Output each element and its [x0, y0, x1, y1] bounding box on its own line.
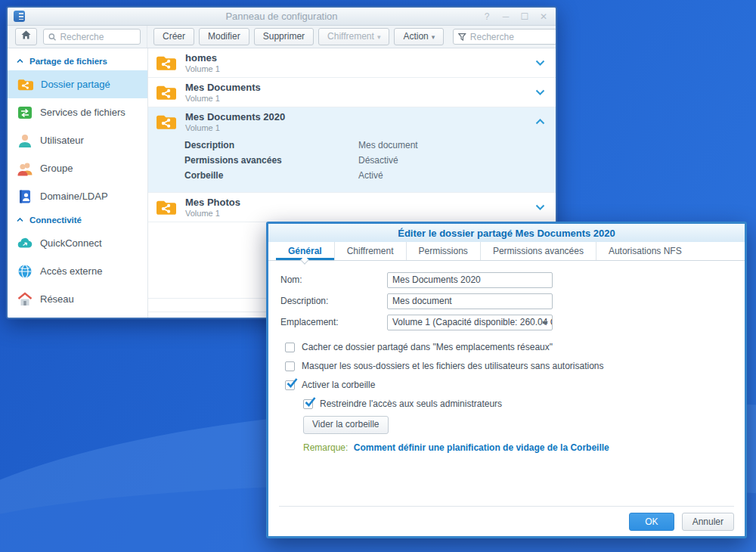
tab-encryption[interactable]: Chiffrement [334, 242, 406, 260]
recycle-schedule-link[interactable]: Comment définir une planification de vid… [354, 442, 609, 453]
action-dropdown-button[interactable]: Action▾ [394, 28, 444, 46]
folder-row-mes-documents[interactable]: Mes Documents Volume 1 [148, 78, 556, 107]
checkbox-label: Cacher ce dossier partagé dans "Mes empl… [302, 342, 553, 352]
delete-button[interactable]: Supprimer [254, 28, 314, 46]
folder-name: Mes Documents 2020 [185, 111, 285, 122]
home-icon [21, 30, 31, 39]
shared-folder-icon [156, 113, 176, 131]
checkbox-label: Masquer les sous-dossiers et les fichier… [302, 361, 604, 371]
folder-name: Mes Documents [185, 82, 261, 93]
location-select[interactable]: Volume 1 (Capacité disponible: 260.04 Go [387, 315, 553, 330]
tab-permissions[interactable]: Permissions [406, 242, 480, 260]
sidebar-item-group[interactable]: Groupe [8, 154, 147, 182]
chevron-down-icon: ▾ [432, 33, 435, 41]
sidebar: Partage de fichiers Dossier partagé Serv… [8, 48, 147, 318]
encryption-dropdown-button[interactable]: Chiffrement▾ [318, 28, 389, 46]
filter-search[interactable] [453, 29, 557, 45]
folder-volume: Volume 1 [185, 94, 261, 103]
maximize-icon[interactable]: ☐ [520, 12, 529, 21]
sidebar-item-dhcp-server[interactable]: Serveur DHCP [8, 313, 147, 318]
folder-name: Mes Photos [185, 197, 240, 208]
folder-volume: Volume 1 [185, 64, 220, 73]
sidebar-search[interactable] [43, 29, 141, 45]
create-button[interactable]: Créer [153, 28, 194, 46]
checkbox-checked[interactable] [285, 380, 295, 390]
group-icon [17, 161, 33, 176]
checkbox-checked[interactable] [303, 399, 313, 409]
toolbar: Créer Modifier Supprimer Chiffrement▾ Ac… [8, 26, 556, 48]
checkbox-label: Activer la corbeille [302, 380, 375, 390]
tab-advanced-permissions[interactable]: Permissions avancées [480, 242, 596, 260]
close-icon[interactable]: ✕ [539, 12, 548, 21]
filter-search-input[interactable] [470, 32, 553, 42]
domain-ldap-icon [17, 189, 33, 204]
folder-row-mes-documents-2020[interactable]: Mes Documents 2020 Volume 1 Description … [148, 107, 556, 193]
help-icon[interactable]: ? [482, 12, 491, 21]
hide-folder-checkbox-row[interactable]: Cacher ce dossier partagé dans "Mes empl… [285, 341, 733, 353]
dialog-body: Nom: Description: Emplacement: Volume 1 … [268, 261, 745, 506]
tab-general[interactable]: Général [276, 242, 334, 260]
folder-name: homes [185, 52, 220, 64]
restrict-admin-checkbox-row[interactable]: Restreindre l'accès aux seuls administra… [303, 398, 733, 410]
sidebar-item-network[interactable]: Réseau [8, 285, 147, 313]
cancel-button[interactable]: Annuler [682, 513, 734, 531]
sidebar-section-connectivity[interactable]: Connectivité [8, 210, 147, 229]
chevron-up-icon [17, 218, 23, 222]
folder-details: Description Mes document Permissions ava… [148, 136, 556, 192]
checkbox-label: Restreindre l'accès aux seuls administra… [320, 398, 502, 409]
sidebar-item-quickconnect[interactable]: QuickConnect [8, 229, 147, 257]
folder-volume: Volume 1 [185, 123, 285, 132]
edit-shared-folder-dialog: Éditer le dossier partagé Mes Documents … [266, 222, 747, 538]
network-icon [17, 292, 33, 307]
folder-row-homes[interactable]: homes Volume 1 [148, 48, 556, 78]
dialog-title[interactable]: Éditer le dossier partagé Mes Documents … [268, 224, 745, 242]
detail-row: Corbeille Activé [184, 168, 556, 183]
sidebar-item-external-access[interactable]: Accès externe [8, 257, 147, 285]
name-label: Nom: [280, 274, 387, 285]
detail-row: Description Mes document [184, 138, 556, 153]
folder-volume: Volume 1 [185, 209, 240, 218]
shared-folder-icon [156, 84, 176, 101]
window-title: Panneau de configuration [8, 11, 556, 22]
quickconnect-icon [17, 236, 33, 251]
description-field[interactable] [387, 293, 553, 309]
checkbox-unchecked[interactable] [285, 361, 295, 371]
sidebar-section-file-sharing[interactable]: Partage de fichiers [8, 51, 147, 70]
dialog-footer: OK Annuler [279, 506, 734, 536]
hide-subfolders-checkbox-row[interactable]: Masquer les sous-dossiers et les fichier… [285, 360, 733, 372]
enable-recycle-bin-checkbox-row[interactable]: Activer la corbeille [285, 379, 733, 391]
shared-folder-icon [156, 199, 176, 216]
chevron-up-icon [17, 59, 23, 64]
checkmark-icon [287, 377, 298, 389]
empty-recycle-bin-button[interactable]: Vider la corbeille [303, 416, 389, 434]
modify-button[interactable]: Modifier [199, 28, 249, 46]
chevron-down-icon [542, 321, 548, 325]
funnel-icon [458, 33, 466, 42]
sidebar-item-domain-ldap[interactable]: Domaine/LDAP [8, 182, 147, 210]
home-button[interactable] [15, 28, 37, 45]
checkmark-icon [305, 396, 316, 408]
chevron-down-icon[interactable] [535, 60, 545, 66]
shared-folder-icon [156, 54, 176, 72]
external-access-icon [17, 264, 33, 279]
sidebar-search-input[interactable] [60, 32, 135, 42]
tab-nfs-permissions[interactable]: Autorisations NFS [596, 242, 694, 260]
checkbox-unchecked[interactable] [285, 343, 295, 352]
user-icon [17, 133, 33, 148]
magnifier-icon [48, 33, 56, 42]
detail-row: Permissions avancées Désactivé [184, 153, 556, 168]
ok-button[interactable]: OK [629, 513, 674, 531]
sidebar-item-shared-folder[interactable]: Dossier partagé [8, 70, 147, 98]
chevron-up-icon[interactable] [535, 119, 545, 125]
sidebar-item-file-services[interactable]: Services de fichiers [8, 98, 147, 126]
chevron-down-icon[interactable] [535, 204, 545, 210]
chevron-down-icon[interactable] [535, 89, 545, 95]
folder-row-mes-photos[interactable]: Mes Photos Volume 1 [148, 193, 556, 222]
name-field[interactable] [387, 272, 553, 288]
titlebar[interactable]: Panneau de configuration ? ─ ☐ ✕ [8, 8, 556, 26]
chevron-down-icon: ▾ [377, 33, 381, 41]
minimize-icon[interactable]: ─ [501, 12, 510, 21]
note-label: Remarque: [303, 442, 348, 453]
note: Remarque: Comment définir une planificat… [303, 442, 733, 453]
sidebar-item-user[interactable]: Utilisateur [8, 126, 147, 154]
